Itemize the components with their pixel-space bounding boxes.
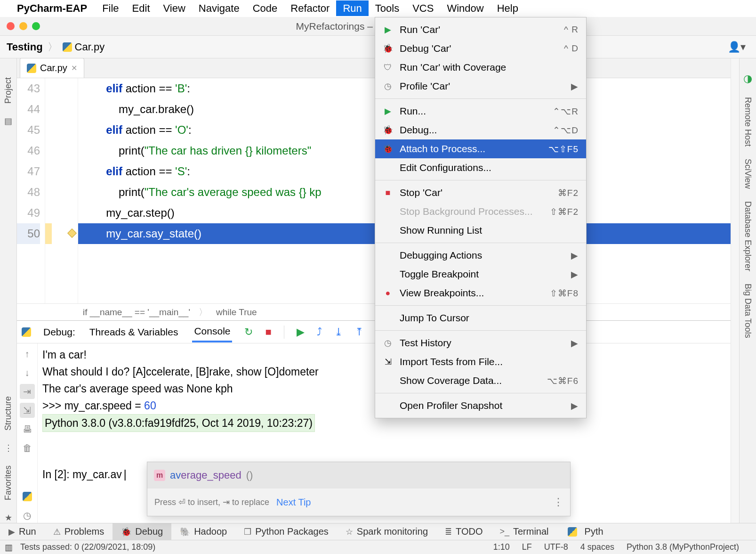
completion-hint: Press ⏎ to insert, ⇥ to replace Next Tip…	[147, 489, 570, 516]
editor-tab-car[interactable]: Car.py ✕	[20, 58, 84, 78]
file-name: Car.py	[75, 41, 105, 53]
step-out-icon[interactable]: ⤒	[355, 326, 363, 338]
run-menu-dropdown[interactable]: ▶Run 'Car'^ R🐞Debug 'Car'^ D🛡Run 'Car' w…	[375, 17, 587, 418]
bottom-tab-python-packages[interactable]: ❒Python Packages	[235, 523, 337, 540]
menu-item[interactable]: 🐞Debug 'Car'^ D	[375, 39, 586, 58]
menu-item[interactable]: ◷Test History▶	[375, 334, 586, 352]
resume-icon[interactable]: ▶	[297, 326, 305, 338]
menu-item[interactable]: ■Stop 'Car'⌘F2	[375, 183, 586, 202]
breadcrumb-separator-icon: 〉	[199, 306, 208, 318]
menu-item[interactable]: Show Coverage Data...⌥⌘F6	[375, 371, 586, 390]
menu-item[interactable]: Edit Configurations...	[375, 158, 586, 177]
status-interpreter[interactable]: Python 3.8 (MyPythonProject)	[627, 542, 739, 552]
menubar-item-code[interactable]: Code	[246, 0, 284, 16]
user-icon[interactable]: 👤▾	[728, 41, 746, 53]
bookmark-icon[interactable]	[67, 228, 77, 238]
favorites-toolwindow-tab[interactable]: Favorites	[3, 465, 13, 500]
bottom-tab-problems[interactable]: ⚠Problems	[45, 523, 113, 540]
next-tip-link[interactable]: Next Tip	[276, 494, 311, 511]
code-completion-popup[interactable]: m average_speed() Press ⏎ to insert, ⇥ t…	[147, 462, 571, 516]
bottom-tab-todo[interactable]: ≣TODO	[436, 523, 491, 540]
right-tool-strip: ◑ Remote Host SciView Database Explorer …	[739, 58, 756, 523]
rerun-icon[interactable]: ↻	[244, 326, 253, 338]
menu-item[interactable]: Show Running List	[375, 221, 586, 240]
sciview-tab[interactable]: SciView	[743, 159, 753, 189]
project-toolwindow-tab[interactable]: Project	[3, 77, 13, 104]
menu-item[interactable]: Debugging Actions▶	[375, 246, 586, 265]
python-console-icon[interactable]	[20, 489, 35, 504]
help-icon[interactable]: ◑	[743, 73, 752, 85]
scroll-down-icon[interactable]: ↓	[20, 365, 35, 380]
menubar-item-file[interactable]: File	[96, 0, 125, 16]
console-tab[interactable]: Console	[192, 322, 232, 342]
menubar-item-tools[interactable]: Tools	[369, 0, 406, 16]
menu-item[interactable]: ▶Run...⌃⌥R	[375, 102, 586, 121]
threads-tab[interactable]: Threads & Variables	[88, 323, 180, 342]
database-explorer-tab[interactable]: Database Explorer	[743, 201, 753, 271]
app-name: PyCharm-EAP	[17, 2, 87, 15]
folder-icon: ▤	[4, 116, 12, 126]
minimize-window-icon[interactable]	[19, 22, 27, 30]
bottom-tab-terminal[interactable]: >_Terminal	[491, 523, 557, 540]
soft-wrap-icon[interactable]: ⇥	[20, 384, 35, 399]
menubar-item-edit[interactable]: Edit	[126, 0, 157, 16]
menu-item[interactable]: 🐞Debug...⌃⌥D	[375, 121, 586, 139]
stop-icon[interactable]: ■	[265, 326, 271, 338]
structure-toolwindow-tab[interactable]: Structure	[3, 396, 13, 431]
menubar-item-view[interactable]: View	[157, 0, 192, 16]
menubar-item-refactor[interactable]: Refactor	[284, 0, 336, 16]
editor-breadcrumb: if __name__ == '__main__' 〉 while True	[17, 303, 731, 320]
status-tests: Tests passed: 0 (22/09/2021, 18:09)	[20, 542, 155, 552]
menu-item[interactable]: 🐞Attach to Process...⌥⇧F5	[375, 139, 586, 158]
bottom-tab-hadoop[interactable]: 🐘Hadoop	[171, 523, 235, 540]
menu-item[interactable]: ▶Run 'Car'^ R	[375, 20, 586, 39]
line-number-gutter: 4344454647484950	[17, 78, 45, 303]
file-breadcrumb[interactable]: Car.py	[63, 41, 105, 53]
completion-item[interactable]: m average_speed()	[147, 462, 570, 489]
console-side-toolbar: ↑ ↓ ⇥ ⇲ 🖶 🗑 ◷	[17, 343, 38, 523]
maximize-window-icon[interactable]	[32, 22, 40, 30]
clear-icon[interactable]: 🗑	[20, 440, 35, 456]
step-over-icon[interactable]: ⤴	[317, 326, 322, 338]
menubar-item-help[interactable]: Help	[491, 0, 525, 16]
python-icon	[22, 327, 31, 337]
project-root-breadcrumb[interactable]: Testing	[7, 41, 43, 53]
toolwindows-icon[interactable]: ▥	[5, 542, 13, 553]
code-editor[interactable]: 4344454647484950 elif action == 'B': my_…	[17, 78, 731, 303]
scroll-to-end-icon[interactable]: ⇲	[20, 403, 35, 418]
remote-host-tab[interactable]: Remote Host	[743, 97, 753, 147]
menu-item[interactable]: Toggle Breakpoint▶	[375, 265, 586, 284]
menubar-item-window[interactable]: Window	[440, 0, 490, 16]
menubar-item-navigate[interactable]: Navigate	[192, 0, 246, 16]
left-tool-strip: Project ▤ Structure ⋮ Favorites ★	[0, 58, 17, 523]
menu-item[interactable]: ⇲Import Tests from File...	[375, 352, 586, 371]
bottom-tab-debug[interactable]: 🐞Debug	[113, 523, 171, 540]
bottom-tab-run[interactable]: ▶Run	[0, 523, 45, 540]
menu-item[interactable]: Open Profiler Snapshot▶	[375, 396, 586, 415]
history-icon[interactable]: ◷	[20, 508, 35, 523]
step-into-icon[interactable]: ⤓	[334, 326, 343, 338]
breakpoint-gutter[interactable]	[45, 78, 78, 303]
bottom-tab-spark-monitoring[interactable]: ☆Spark monitoring	[337, 523, 436, 540]
menubar-item-vcs[interactable]: VCS	[406, 0, 440, 16]
breadcrumb-scope-1[interactable]: if __name__ == '__main__'	[83, 307, 190, 318]
print-icon[interactable]: 🖶	[20, 422, 35, 437]
menu-item[interactable]: ●View Breakpoints...⇧⌘F8	[375, 284, 586, 302]
menu-item[interactable]: 🛡Run 'Car' with Coverage	[375, 58, 586, 77]
menu-item[interactable]: ◷Profile 'Car'▶	[375, 77, 586, 96]
status-caret-position[interactable]: 1:10	[493, 542, 510, 552]
big-data-tools-tab[interactable]: Big Data Tools	[743, 284, 753, 338]
scroll-up-icon[interactable]: ↑	[20, 346, 35, 361]
python-version-banner: Python 3.8.0 (v3.8.0:fa919fdf25, Oct 14 …	[42, 414, 315, 432]
menubar-item-run[interactable]: Run	[336, 0, 368, 16]
more-icon[interactable]: ⋮	[553, 494, 563, 511]
breadcrumb-scope-2[interactable]: while True	[216, 307, 257, 318]
status-line-separator[interactable]: LF	[522, 542, 532, 552]
menu-item[interactable]: Jump To Cursor	[375, 309, 586, 327]
close-tab-icon[interactable]: ✕	[71, 64, 77, 73]
close-window-icon[interactable]	[7, 22, 15, 30]
traffic-lights[interactable]	[7, 22, 40, 30]
status-encoding[interactable]: UTF-8	[544, 542, 568, 552]
bottom-tab-pyth[interactable]: Pyth	[557, 523, 612, 540]
status-indent[interactable]: 4 spaces	[580, 542, 614, 552]
